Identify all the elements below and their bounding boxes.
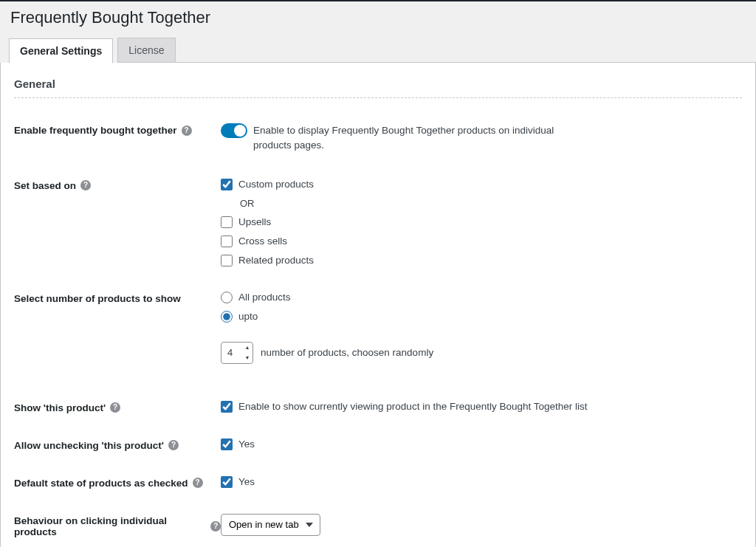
opt-custom-products: Custom products	[238, 179, 314, 190]
tab-license[interactable]: License	[117, 38, 175, 63]
opt-upto: upto	[238, 311, 258, 322]
label-text: Set based on	[14, 180, 76, 191]
label-allow-unchecking: Allow unchecking 'this product' ?	[14, 438, 221, 451]
select-behaviour[interactable]: Open in new tab	[221, 514, 320, 536]
tab-general-settings[interactable]: General Settings	[9, 38, 113, 63]
settings-panel: General Enable frequently bought togethe…	[0, 63, 756, 547]
opt-related-products: Related products	[238, 255, 314, 266]
radio-upto[interactable]	[221, 311, 233, 323]
checkbox-custom-products[interactable]	[221, 179, 233, 190]
desc-enable-fbt: Enable to display Frequently Bought Toge…	[253, 123, 593, 154]
help-icon[interactable]: ?	[110, 402, 120, 413]
label-behaviour-click: Behaviour on clicking individual product…	[14, 514, 221, 537]
row-default-checked: Default state of products as checked ? Y…	[14, 476, 742, 489]
row-show-this-product: Show 'this product' ? Enable to show cur…	[14, 401, 742, 413]
quantity-stepper[interactable]: 4 ▲ ▼	[221, 342, 253, 364]
checkbox-allow-unchecking[interactable]	[221, 438, 233, 450]
section-heading: General	[14, 78, 742, 90]
row-behaviour-click: Behaviour on clicking individual product…	[14, 514, 742, 537]
checkbox-default-checked[interactable]	[221, 476, 233, 488]
row-num-products: Select number of products to show All pr…	[14, 292, 742, 364]
opt-yes: Yes	[238, 476, 255, 487]
label-set-based-on: Set based on ?	[14, 179, 221, 191]
label-text: Show 'this product'	[14, 402, 106, 413]
help-icon[interactable]: ?	[193, 478, 203, 488]
or-text: OR	[240, 198, 742, 209]
label-default-checked: Default state of products as checked ?	[14, 476, 221, 489]
help-icon[interactable]: ?	[80, 180, 91, 190]
tabs: General Settings License	[4, 38, 756, 63]
chevron-down-icon[interactable]: ▼	[242, 353, 252, 363]
section-separator	[14, 97, 742, 98]
label-show-this-product: Show 'this product' ?	[14, 401, 221, 413]
row-enable-fbt: Enable frequently bought together ? Enab…	[14, 123, 742, 154]
checkbox-show-this-product[interactable]	[221, 401, 233, 413]
label-num-products: Select number of products to show	[14, 292, 221, 304]
label-text: Enable frequently bought together	[14, 125, 177, 136]
help-icon[interactable]: ?	[168, 440, 179, 450]
chevron-up-icon[interactable]: ▲	[242, 343, 252, 353]
page-title: Frequently Bought Together	[10, 8, 756, 27]
checkbox-related-products[interactable]	[221, 255, 233, 266]
checkbox-upsells[interactable]	[221, 216, 233, 228]
num-products-suffix: number of products, choosen randomly	[261, 347, 433, 358]
label-text: Allow unchecking 'this product'	[14, 440, 164, 451]
help-icon[interactable]: ?	[182, 125, 192, 136]
label-text: Default state of products as checked	[14, 478, 188, 489]
opt-upsells: Upsells	[238, 216, 271, 227]
tab-divider	[176, 62, 756, 63]
desc-show-this-product: Enable to show currently viewing product…	[238, 401, 588, 412]
opt-cross-sells: Cross sells	[238, 235, 287, 247]
label-text: Behaviour on clicking individual product…	[14, 515, 206, 537]
opt-all-products: All products	[238, 292, 291, 303]
help-icon[interactable]: ?	[210, 521, 221, 531]
label-text: Select number of products to show	[14, 293, 181, 304]
opt-yes: Yes	[238, 438, 255, 450]
radio-all-products[interactable]	[221, 292, 233, 303]
quantity-value: 4	[221, 343, 242, 363]
row-allow-unchecking: Allow unchecking 'this product' ? Yes	[14, 438, 742, 451]
row-set-based-on: Set based on ? Custom products OR Upsell…	[14, 179, 742, 266]
label-enable-fbt: Enable frequently bought together ?	[14, 123, 221, 136]
checkbox-cross-sells[interactable]	[221, 235, 233, 247]
toggle-enable-fbt[interactable]	[221, 123, 247, 138]
